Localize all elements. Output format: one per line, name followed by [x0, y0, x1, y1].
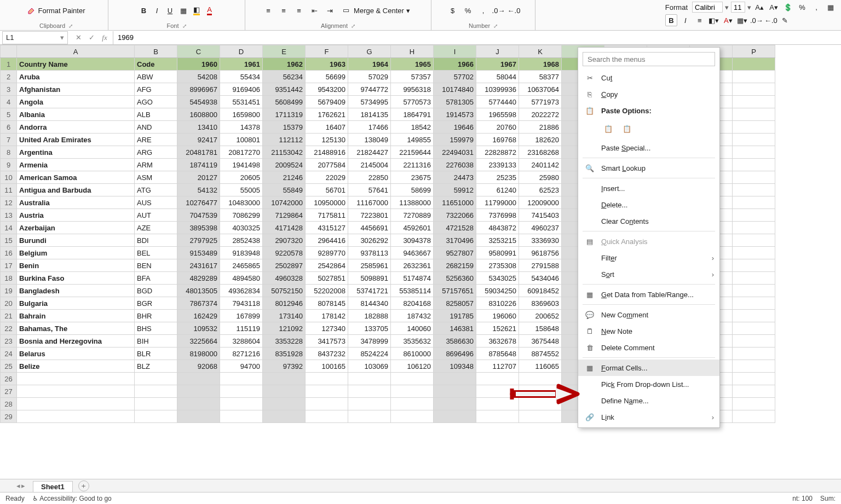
cell[interactable]: 116065: [519, 360, 562, 373]
cell[interactable]: 2145004: [348, 159, 391, 171]
cell[interactable]: 8524224: [348, 347, 391, 360]
cell[interactable]: 187432: [391, 310, 434, 322]
cell[interactable]: 10742000: [263, 196, 306, 209]
context-menu-copy[interactable]: ⎘ Copy: [578, 86, 719, 102]
cell[interactable]: [135, 398, 177, 410]
cell[interactable]: 3353228: [263, 335, 306, 347]
cell[interactable]: [733, 184, 775, 196]
cell[interactable]: [17, 373, 135, 385]
cell[interactable]: 8198000: [177, 347, 220, 360]
cell[interactable]: 178142: [306, 310, 348, 322]
accounting-format-button[interactable]: $: [447, 4, 459, 16]
cell[interactable]: 56701: [306, 184, 348, 196]
cell[interactable]: 152621: [476, 322, 519, 335]
align-center-button[interactable]: ≡: [278, 4, 290, 16]
cell[interactable]: 3170496: [434, 234, 476, 247]
cell[interactable]: 5770573: [391, 96, 434, 108]
cell[interactable]: 16407: [306, 121, 348, 134]
cell[interactable]: [306, 385, 348, 398]
cell[interactable]: 7415403: [519, 209, 562, 222]
mini-bold-button[interactable]: B: [665, 14, 677, 26]
cell[interactable]: AGO: [135, 96, 177, 108]
cell[interactable]: 191785: [434, 310, 476, 322]
cell[interactable]: [263, 373, 306, 385]
cell[interactable]: [733, 310, 775, 322]
cell[interactable]: 11167000: [348, 196, 391, 209]
cell[interactable]: 21246: [263, 171, 306, 184]
cell[interactable]: [733, 297, 775, 310]
cell[interactable]: Antigua and Barbuda: [17, 184, 135, 196]
context-menu-search-input[interactable]: [583, 52, 715, 66]
cell[interactable]: [733, 234, 775, 247]
cell[interactable]: 4894580: [220, 272, 263, 285]
cell[interactable]: 5256360: [434, 272, 476, 285]
cell[interactable]: 9351442: [263, 83, 306, 96]
cell[interactable]: 21488916: [306, 146, 348, 159]
cell[interactable]: 7047539: [177, 209, 220, 222]
cell[interactable]: 3632678: [476, 335, 519, 347]
cell[interactable]: 3288604: [220, 335, 263, 347]
cell[interactable]: 5771973: [519, 96, 562, 108]
cell[interactable]: 2632361: [391, 259, 434, 272]
cell[interactable]: 5781305: [434, 96, 476, 108]
col-header-E[interactable]: E: [263, 45, 306, 58]
cell[interactable]: 9463667: [391, 247, 434, 259]
cell[interactable]: 173140: [263, 310, 306, 322]
chevron-down-icon[interactable]: ▾: [747, 3, 751, 11]
cell[interactable]: BIH: [135, 335, 177, 347]
cell[interactable]: BGD: [135, 285, 177, 297]
indent-increase-button[interactable]: ⇥: [324, 4, 336, 16]
cell[interactable]: [348, 398, 391, 410]
cell[interactable]: [306, 410, 348, 423]
percent-button[interactable]: %: [796, 1, 808, 13]
cell[interactable]: 1941498: [220, 159, 263, 171]
tab-nav-prev[interactable]: ◂: [16, 482, 20, 490]
cell[interactable]: 2907320: [263, 234, 306, 247]
cell[interactable]: Australia: [17, 196, 135, 209]
col-header-C[interactable]: C: [177, 45, 220, 58]
cancel-formula-button[interactable]: ✕: [72, 32, 84, 44]
row-header[interactable]: 21: [1, 310, 17, 322]
cell[interactable]: [733, 322, 775, 335]
cell[interactable]: 1608800: [177, 108, 220, 121]
cell[interactable]: [135, 385, 177, 398]
cell[interactable]: 92417: [177, 134, 220, 146]
cell[interactable]: 8078145: [306, 297, 348, 310]
cell[interactable]: Bosnia and Herzegovina: [17, 335, 135, 347]
cell[interactable]: ARE: [135, 134, 177, 146]
header-cell[interactable]: 1961: [220, 58, 263, 71]
row-header[interactable]: 7: [1, 134, 17, 146]
row-header[interactable]: 20: [1, 297, 17, 310]
context-menu-new-comment[interactable]: 💬 New Comment: [578, 306, 719, 323]
cell[interactable]: 57641: [348, 184, 391, 196]
cell[interactable]: 10637064: [519, 83, 562, 96]
cell[interactable]: [733, 83, 775, 96]
cell[interactable]: 5608499: [263, 96, 306, 108]
cell[interactable]: 8310226: [476, 297, 519, 310]
cell[interactable]: [220, 373, 263, 385]
col-header-F[interactable]: F: [306, 45, 348, 58]
cell[interactable]: 7223801: [348, 209, 391, 222]
percent-format-button[interactable]: %: [462, 4, 474, 16]
cell[interactable]: 158648: [519, 322, 562, 335]
cell[interactable]: 20127: [177, 171, 220, 184]
row-header[interactable]: 18: [1, 272, 17, 285]
cell[interactable]: Azerbaijan: [17, 222, 135, 234]
cell[interactable]: 58044: [476, 71, 519, 83]
cell[interactable]: [434, 410, 476, 423]
cell[interactable]: [733, 410, 775, 423]
row-header[interactable]: 12: [1, 196, 17, 209]
cell[interactable]: Belgium: [17, 247, 135, 259]
row-header[interactable]: 26: [1, 373, 17, 385]
header-cell[interactable]: Code: [135, 58, 177, 71]
cell[interactable]: 9580991: [476, 247, 519, 259]
header-cell[interactable]: 1960: [177, 58, 220, 71]
row-header[interactable]: 2: [1, 71, 17, 83]
borders-button[interactable]: ▦: [825, 1, 837, 13]
cell[interactable]: Angola: [17, 96, 135, 108]
cell[interactable]: [733, 159, 775, 171]
cell[interactable]: 20760: [476, 121, 519, 134]
mini-dec-decimal-button[interactable]: ←.0: [765, 14, 777, 26]
cell[interactable]: 53741721: [348, 285, 391, 297]
cell[interactable]: 8874552: [519, 347, 562, 360]
